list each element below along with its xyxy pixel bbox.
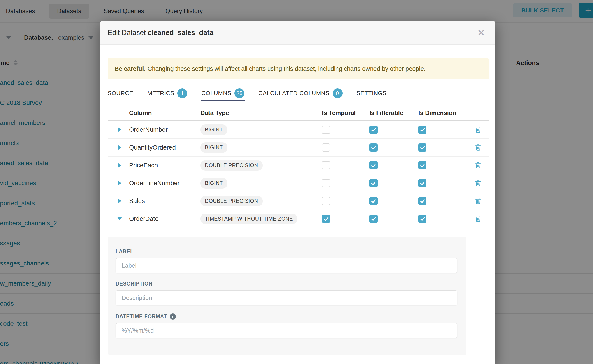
column-header: Column (129, 110, 200, 117)
modal-title: Edit Dataset cleaned_sales_data (108, 29, 213, 37)
tab-label: CALCULATED COLUMNS (258, 90, 329, 97)
tab-label: COLUMNS (201, 90, 231, 97)
is-dimension-checkbox[interactable] (418, 126, 427, 134)
data-type-pill: BIGINT (200, 142, 227, 153)
tab-label: SETTINGS (356, 90, 387, 97)
expand-caret-icon[interactable] (118, 145, 121, 150)
description-input[interactable] (116, 291, 457, 305)
column-name: OrderNumber (129, 126, 200, 133)
is-temporal-checkbox[interactable] (322, 197, 330, 205)
label-input[interactable] (116, 258, 457, 273)
info-icon[interactable]: i (170, 313, 176, 319)
column-detail-panel: LABEL DESCRIPTION DATETIME FORMAT i (108, 237, 466, 355)
is-dimension-checkbox[interactable] (418, 143, 427, 152)
table-row: PriceEach DOUBLE PRECISION (108, 156, 489, 174)
data-type-pill: BIGINT (200, 124, 227, 135)
datetime-format-input[interactable] (116, 323, 457, 338)
data-type-pill: TIMESTAMP WITHOUT TIME ZONE (200, 214, 297, 224)
calculated-columns-count-badge: 0 (333, 88, 343, 98)
tab-source[interactable]: SOURCE (108, 86, 133, 101)
close-icon[interactable]: ✕ (477, 21, 485, 45)
app-root: Databases Datasets Saved Queries Query H… (0, 0, 593, 364)
expand-caret-icon[interactable] (118, 181, 121, 185)
delete-column-icon[interactable] (475, 162, 481, 169)
is-filterable-checkbox[interactable] (369, 179, 377, 187)
description-field-label: DESCRIPTION (116, 281, 457, 287)
datetime-format-field-label: DATETIME FORMAT i (116, 313, 457, 319)
warning-banner: Be careful. Changing these settings will… (108, 58, 489, 79)
data-type-header: Data Type (200, 110, 322, 117)
tab-label: SOURCE (108, 90, 133, 97)
table-row: OrderDate TIMESTAMP WITHOUT TIME ZONE (108, 210, 489, 228)
table-row: OrderNumber BIGINT (108, 121, 489, 139)
column-name: QuantityOrdered (129, 144, 200, 151)
table-row: Sales DOUBLE PRECISION (108, 192, 489, 210)
tab-calculated-columns[interactable]: CALCULATED COLUMNS 0 (258, 86, 342, 101)
is-dimension-checkbox[interactable] (418, 179, 427, 187)
table-row: OrderLineNumber BIGINT (108, 174, 489, 192)
tab-label: METRICS (147, 90, 174, 97)
delete-column-icon[interactable] (475, 197, 481, 205)
warning-text: Changing these settings will affect all … (148, 65, 426, 72)
delete-column-icon[interactable] (475, 144, 481, 151)
delete-column-icon[interactable] (475, 180, 481, 187)
is-dimension-header: Is Dimension (418, 110, 472, 117)
data-type-pill: DOUBLE PRECISION (200, 196, 263, 206)
columns-table-header: Column Data Type Is Temporal Is Filterab… (108, 105, 489, 121)
columns-count-badge: 25 (234, 88, 244, 98)
warning-lead: Be careful. (114, 65, 145, 72)
data-type-pill: BIGINT (200, 178, 227, 188)
expand-caret-icon[interactable] (117, 217, 122, 220)
is-dimension-checkbox[interactable] (418, 161, 427, 169)
data-type-pill: DOUBLE PRECISION (200, 160, 263, 171)
is-temporal-checkbox[interactable] (322, 161, 330, 169)
datetime-format-label-text: DATETIME FORMAT (116, 313, 167, 319)
expand-caret-icon[interactable] (118, 199, 121, 203)
column-name: OrderLineNumber (129, 180, 200, 187)
modal-body: Be careful. Changing these settings will… (100, 58, 495, 355)
columns-table: Column Data Type Is Temporal Is Filterab… (108, 105, 489, 228)
column-name: Sales (129, 197, 200, 205)
delete-column-icon[interactable] (475, 215, 481, 222)
delete-column-icon[interactable] (475, 126, 481, 133)
description-field-label-text: DESCRIPTION (116, 281, 152, 287)
modal-title-prefix: Edit Dataset (108, 29, 146, 37)
expand-caret-icon[interactable] (118, 163, 121, 168)
is-dimension-checkbox[interactable] (418, 215, 427, 223)
label-field-label-text: LABEL (116, 248, 134, 255)
table-row: QuantityOrdered BIGINT (108, 139, 489, 156)
tab-metrics[interactable]: METRICS 1 (147, 86, 188, 101)
edit-dataset-modal: Edit Dataset cleaned_sales_data ✕ Be car… (100, 21, 495, 364)
is-filterable-checkbox[interactable] (369, 161, 377, 169)
is-temporal-checkbox[interactable] (322, 215, 330, 223)
is-filterable-checkbox[interactable] (369, 215, 377, 223)
is-temporal-checkbox[interactable] (322, 143, 330, 152)
column-name: PriceEach (129, 162, 200, 169)
label-field-label: LABEL (116, 248, 457, 255)
is-filterable-header: Is Filterable (369, 110, 418, 117)
is-temporal-checkbox[interactable] (322, 126, 330, 134)
tab-columns[interactable]: COLUMNS 25 (201, 86, 244, 101)
modal-header: Edit Dataset cleaned_sales_data ✕ (100, 21, 495, 45)
modal-tabs: SOURCE METRICS 1 COLUMNS 25 CALCULATED C… (108, 86, 489, 101)
metrics-count-badge: 1 (177, 88, 187, 98)
expand-caret-icon[interactable] (118, 127, 121, 132)
column-name: OrderDate (129, 215, 200, 222)
modal-title-dataset-name: cleaned_sales_data (148, 29, 213, 37)
is-filterable-checkbox[interactable] (369, 197, 377, 205)
tab-settings[interactable]: SETTINGS (356, 86, 387, 101)
is-dimension-checkbox[interactable] (418, 197, 427, 205)
is-temporal-checkbox[interactable] (322, 179, 330, 187)
is-filterable-checkbox[interactable] (369, 143, 377, 152)
is-filterable-checkbox[interactable] (369, 126, 377, 134)
is-temporal-header: Is Temporal (322, 110, 369, 117)
